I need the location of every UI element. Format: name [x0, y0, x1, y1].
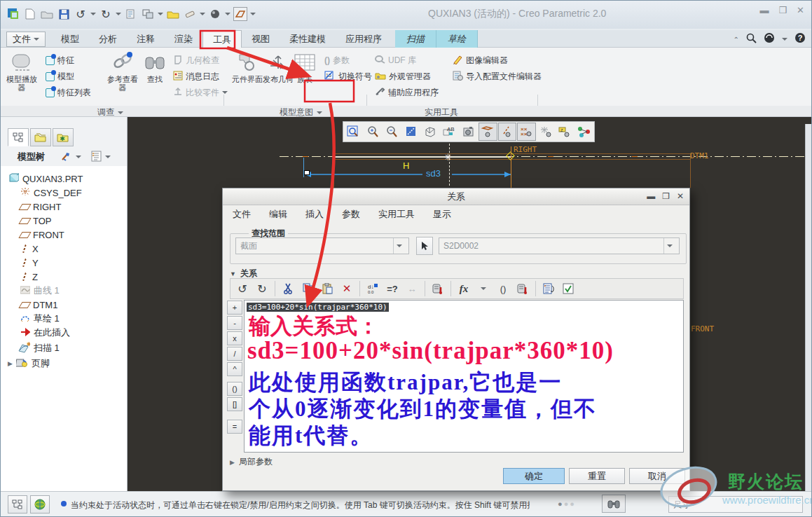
- model-info-button[interactable]: 模型: [46, 69, 74, 83]
- eraser-dropdown-icon[interactable]: [200, 13, 205, 15]
- op-power-button[interactable]: ^: [227, 362, 242, 376]
- resource-center-icon[interactable]: [764, 32, 775, 46]
- csys-display-icon[interactable]: [537, 123, 555, 141]
- axis-display-icon[interactable]: [498, 123, 517, 141]
- tree-item-csys[interactable]: CSYS_DEF: [20, 186, 82, 200]
- switch-symbols-button[interactable]: 15切换符号: [324, 69, 372, 83]
- saved-views-icon[interactable]: [460, 123, 478, 141]
- tab-model[interactable]: 模型: [51, 30, 89, 48]
- functions-dropdown-icon[interactable]: [474, 280, 493, 297]
- tree-item-front[interactable]: FRONT: [20, 228, 64, 242]
- tab-tools[interactable]: 工具: [202, 30, 242, 48]
- tree-item-footer[interactable]: ▶页脚: [8, 357, 50, 371]
- new-file-icon[interactable]: [23, 7, 37, 21]
- dialog-close-button[interactable]: ✕: [677, 191, 684, 201]
- units-tool-icon[interactable]: [429, 280, 447, 297]
- ok-button[interactable]: 确定: [503, 468, 565, 484]
- web-browser-button[interactable]: [30, 495, 50, 513]
- tab-folder-browser[interactable]: [30, 128, 51, 146]
- graphics-scrollbar[interactable]: [805, 124, 812, 491]
- cut-icon[interactable]: [279, 280, 297, 297]
- plane-display-icon[interactable]: [479, 123, 497, 141]
- cancel-button[interactable]: 取消: [629, 468, 685, 484]
- find-button[interactable]: 查找: [141, 52, 169, 83]
- dialog-title-bar[interactable]: 关系: [223, 188, 689, 205]
- feature-info-button[interactable]: 特征: [46, 53, 74, 67]
- compare-part-button[interactable]: 比较零件: [173, 85, 228, 99]
- verify-icon[interactable]: [559, 280, 577, 297]
- save-icon[interactable]: [57, 7, 71, 21]
- udf-library-button[interactable]: UDF 库: [375, 53, 416, 67]
- op-plus-button[interactable]: +: [227, 301, 242, 315]
- help-icon[interactable]: ?: [794, 32, 806, 46]
- import-profile-editor-button[interactable]: 导入配置文件编辑器: [453, 69, 542, 83]
- undo-dropdown-icon[interactable]: [90, 13, 96, 15]
- message-log-button[interactable]: 消息日志: [173, 69, 219, 83]
- dialog-maximize-button[interactable]: ❒: [662, 191, 670, 201]
- parameters-button[interactable]: ()参数: [324, 53, 350, 67]
- close-button[interactable]: ✕: [797, 5, 804, 15]
- tag-display-icon[interactable]: Z: [556, 123, 574, 141]
- paste-icon[interactable]: [318, 280, 336, 297]
- sphere-dropdown-icon[interactable]: [225, 13, 230, 15]
- tree-item-top[interactable]: TOP: [20, 214, 52, 228]
- tree-item-insert-here[interactable]: 在此插入: [20, 326, 70, 340]
- reset-button[interactable]: 重置: [569, 468, 625, 484]
- menu-insert[interactable]: 插入: [305, 208, 324, 221]
- op-divide-button[interactable]: /: [227, 347, 242, 361]
- close-window-folder-icon[interactable]: [166, 7, 180, 21]
- tab-annotate[interactable]: 注释: [127, 30, 165, 48]
- units-convert-icon[interactable]: [514, 280, 532, 297]
- filter-select[interactable]: 尺寸: [668, 496, 803, 513]
- spin-center-icon[interactable]: [575, 123, 593, 141]
- zoom-out-icon[interactable]: [383, 123, 401, 141]
- relation-code-line[interactable]: sd3=100+20*sin(trajpar*360*10): [247, 303, 389, 312]
- qat-dropdown-icon[interactable]: [250, 13, 256, 15]
- component-interface-button[interactable]: 元件界面: [230, 52, 264, 83]
- redo-icon[interactable]: ↻: [99, 7, 113, 21]
- redo-dropdown-icon[interactable]: [116, 13, 121, 15]
- sd3-dim-label[interactable]: sd3: [426, 168, 441, 179]
- copy-icon[interactable]: [298, 280, 317, 297]
- tab-flexible-modeling[interactable]: 柔性建模: [280, 30, 336, 48]
- tree-item-axis-z[interactable]: Z: [20, 270, 38, 284]
- undo-icon[interactable]: ↺: [233, 280, 252, 297]
- regenerate-icon[interactable]: [124, 7, 138, 21]
- tree-item-sweep[interactable]: ✱扫描 1: [18, 341, 60, 355]
- toggle-model-tree-button[interactable]: [8, 495, 27, 513]
- restore-button[interactable]: ❒: [778, 5, 787, 15]
- star-point[interactable]: ✳: [444, 152, 452, 163]
- menu-show[interactable]: 显示: [433, 208, 451, 221]
- menu-utilities[interactable]: 实用工具: [378, 208, 415, 221]
- file-menu-button[interactable]: 文件: [6, 32, 46, 47]
- look-in-type-select[interactable]: 截面: [235, 237, 409, 254]
- appearance-manager-button[interactable]: 外观管理器: [375, 69, 431, 83]
- tree-tools-dropdown-icon[interactable]: [76, 156, 81, 158]
- select-item-button[interactable]: [416, 237, 433, 255]
- tab-view[interactable]: 视图: [242, 30, 280, 48]
- chevron-down-icon[interactable]: [222, 91, 228, 94]
- tree-item-part[interactable]: QUXIAN3.PRT: [9, 172, 83, 186]
- redo-icon[interactable]: ↻: [253, 280, 271, 297]
- sketch-line-h[interactable]: [333, 156, 511, 158]
- tab-sketch[interactable]: 草绘: [436, 30, 478, 48]
- repaint-icon[interactable]: [401, 123, 420, 141]
- sort-relations-icon[interactable]: [539, 280, 558, 297]
- menu-parameters[interactable]: 参数: [342, 208, 360, 221]
- search-tool-button[interactable]: [602, 495, 626, 513]
- look-in-name-select[interactable]: S2D0002: [439, 237, 680, 254]
- reference-viewer-button[interactable]: 参考查看器: [106, 52, 139, 92]
- tree-item-sketch[interactable]: 草绘 1: [20, 312, 60, 326]
- tree-settings-icon[interactable]: [91, 151, 102, 164]
- delete-icon[interactable]: ✕: [338, 280, 356, 297]
- tree-item-right[interactable]: RIGHT: [20, 200, 61, 214]
- parentheses-icon[interactable]: (): [494, 280, 512, 297]
- search-icon[interactable]: [746, 33, 757, 46]
- evaluate-icon[interactable]: =?: [383, 280, 401, 297]
- op-equals-button[interactable]: =: [227, 420, 242, 434]
- open-file-icon[interactable]: [40, 7, 54, 21]
- menu-file[interactable]: 文件: [233, 208, 251, 221]
- image-editor-button[interactable]: 图像编辑器: [453, 53, 508, 67]
- tree-item-axis-x[interactable]: X: [20, 242, 39, 256]
- windows-dropdown-icon[interactable]: [158, 13, 163, 15]
